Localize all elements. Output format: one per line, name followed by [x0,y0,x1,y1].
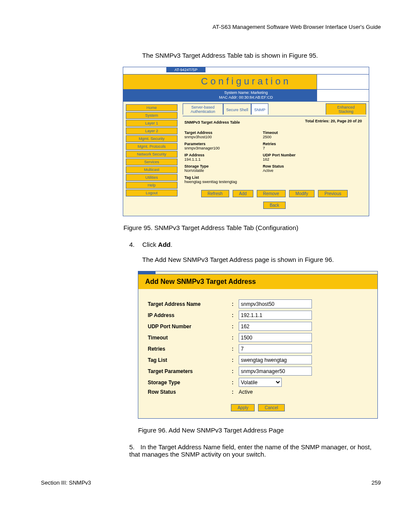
device-model-tab: AT-9424T/SP [166,67,206,72]
step-5-text: In the Target Address Name field, enter … [129,443,371,458]
entries-count: Total Entries: 20, Page 20 of 20 [305,119,362,123]
kv-value: 194.1.1.1 [184,157,237,162]
colon: : [232,389,239,395]
step-5: 5.In the Target Address Name field, ente… [129,443,381,458]
target-address-name-input[interactable] [239,299,312,308]
tab-enh-l2: Stacking [329,109,363,114]
kv-value: hwengtag swenttag testengtag [184,180,237,184]
banner-gap [317,75,369,89]
fig96-title: Add New SNMPv3 Target Address [138,274,377,289]
figure-95: AT-9424T/SP Configuration System Name: M… [123,67,369,216]
form-label: Target Address Name [148,301,232,307]
kv-key: Tag List [184,175,237,180]
tab-server-auth-l1: Server-based [186,105,220,109]
sidebar-item-logout[interactable]: Logout [126,190,177,196]
tab-server-auth-l2: Authentication [186,109,220,114]
sidebar: HomeSystemLayer 1Layer 2Mgmt. SecurityMg… [123,102,180,216]
sidebar-item-help[interactable]: Help [126,182,177,189]
form-label: UDP Port Number [148,324,232,330]
step-5-num: 5. [129,443,140,451]
sidebar-item-utilities[interactable]: Utilities [126,174,177,181]
sidebar-item-mgmt-security[interactable]: Mgmt. Security [126,135,177,142]
step-4-follow: The Add New SNMPv3 Target Address page i… [142,256,381,263]
strip-gap [317,90,369,101]
step-4-text-b: Add [158,241,171,248]
kv-value: 162 [263,157,296,162]
form-label: Timeout [148,335,232,341]
colon: : [232,380,239,386]
config-banner: Configuration [123,74,369,90]
refresh-button[interactable]: Refresh [201,190,229,197]
figure-96-caption: Figure 96. Add New SNMPv3 Target Address… [41,426,381,434]
kv-value: snmpv3manager100 [184,146,237,150]
tag-list-input[interactable] [239,355,312,364]
apply-button[interactable]: Apply [231,404,255,411]
tab-snmp[interactable]: SNMP [251,103,268,115]
cancel-button[interactable]: Cancel [258,404,284,411]
kv-key: Target Address [184,131,237,135]
colon: : [232,368,239,374]
figure-95-caption: Figure 95. SNMPv3 Target Address Table T… [41,224,381,231]
kv-value: 2500 [263,135,296,139]
sidebar-item-layer-1[interactable]: Layer 1 [126,120,177,127]
figure-96: Add New SNMPv3 Target Address Target Add… [138,271,378,419]
udp-port-number-input[interactable] [239,322,312,331]
kv-key: Parameters [184,142,237,146]
sidebar-item-home[interactable]: Home [126,104,177,111]
colon: : [232,312,239,318]
form-label: Storage Type [148,380,232,386]
tab-server-auth[interactable]: Server-based Authentication [183,103,223,115]
colon: : [232,346,239,352]
row-status-value: Active [239,389,253,395]
previous-button[interactable]: Previous [318,190,348,197]
kv-value: snmpv3host100 [184,135,237,139]
target-parameters-input[interactable] [239,367,312,376]
back-button[interactable]: Back [263,202,286,209]
timeout-input[interactable] [239,333,312,342]
colon: : [232,357,239,363]
step-4-num: 4. [129,241,140,248]
form-label: Target Parameters [148,368,232,374]
kv-value: 7 [263,146,296,150]
intro-text: The SNMPv3 Target Address Table tab is s… [142,52,381,59]
form-label: IP Address [148,312,232,318]
system-info-strip: System Name: Marketing MAC Addr: 00:30:8… [123,90,369,102]
footer-page-number: 259 [371,479,381,486]
form-label: Retries [148,346,232,352]
kv-key: Timeout [263,131,296,135]
modify-button[interactable]: Modify [289,190,314,197]
config-banner-text: Configuration [201,76,291,87]
sidebar-item-services[interactable]: Services [126,159,177,165]
kv-key: IP Address [184,153,237,157]
sidebar-item-multicast[interactable]: Multicast [126,166,177,173]
tab-secure-shell[interactable]: Secure Shell [223,103,251,115]
sidebar-item-layer-2[interactable]: Layer 2 [126,128,177,134]
retries-input[interactable] [239,344,312,353]
form-label: Tag List [148,357,232,363]
sidebar-item-network-security[interactable]: Network Security [126,151,177,158]
footer-section: Section III: SNMPv3 [41,479,91,486]
sidebar-item-mgmt-protocols[interactable]: Mgmt. Protocols [126,143,177,150]
kv-value: NonVolatile [184,168,237,173]
tab-enh-l1: Enhanced [329,105,363,109]
form-label: Row Status [148,389,232,395]
tab-enhanced-stacking[interactable]: Enhanced Stacking [326,103,366,115]
kv-key: Row Status [263,164,296,168]
kv-key: Retries [263,142,296,146]
kv-key: Storage Type [184,164,237,168]
remove-button[interactable]: Remove [257,190,286,197]
ip-address-input[interactable] [239,311,312,320]
sidebar-item-system[interactable]: System [126,112,177,119]
kv-key: UDP Port Number [263,153,296,157]
colon: : [232,324,239,330]
header-guide: AT-S63 Management Software Web Browser I… [41,24,381,30]
step-4: 4. Click Add. [129,241,381,248]
storage-type-select[interactable]: Volatile [239,378,282,387]
add-button[interactable]: Add [233,190,253,197]
step-4-text-a: Click [142,241,158,248]
kv-value: Active [263,168,296,173]
colon: : [232,301,239,307]
colon: : [232,335,239,341]
step-4-text-c: . [171,241,172,248]
